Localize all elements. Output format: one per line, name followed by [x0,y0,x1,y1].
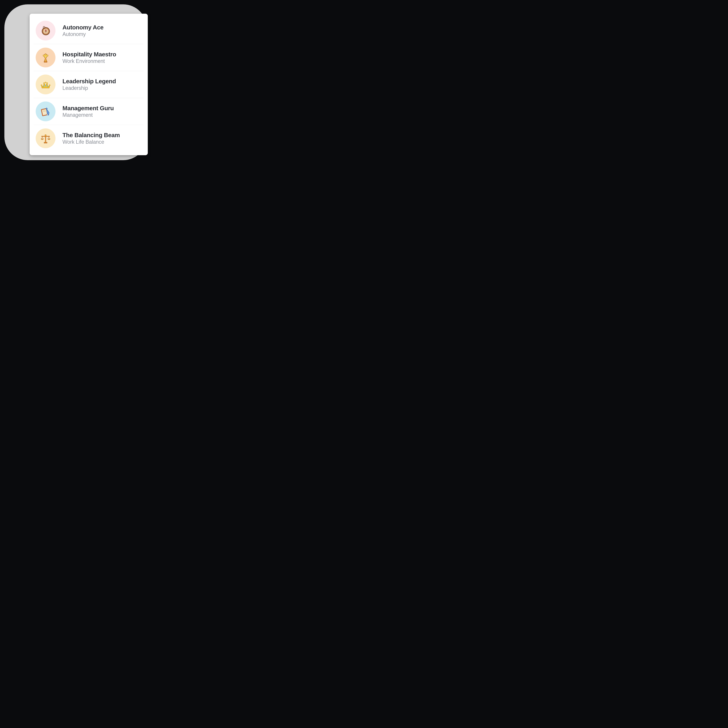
svg-line-32 [48,136,49,139]
list-item-text: Hospitality Maestro Work Environment [63,51,116,64]
list-item-text: Leadership Legend Leadership [63,78,116,91]
list-item[interactable]: Autonomy Ace Autonomy [29,17,148,44]
achievement-title: Autonomy Ace [63,24,104,31]
trophy-icon [36,47,55,67]
achievement-title: The Balancing Beam [63,132,120,139]
crown-icon [36,75,55,94]
svg-point-16 [46,83,48,84]
svg-rect-27 [45,136,46,142]
list-item[interactable]: Management Guru Management [29,98,148,125]
svg-point-13 [41,84,42,86]
achievement-title: Leadership Legend [63,78,116,85]
notebook-pen-icon [36,101,55,121]
svg-point-5 [46,31,46,32]
list-item[interactable]: Hospitality Maestro Work Environment [29,44,148,71]
svg-point-29 [45,135,46,136]
list-item-text: Autonomy Ace Autonomy [63,24,104,37]
svg-point-14 [43,83,45,84]
list-item-text: The Balancing Beam Work Life Balance [63,132,120,145]
achievement-category: Autonomy [63,31,104,37]
achievement-category: Work Environment [63,58,116,64]
svg-point-17 [49,84,50,86]
svg-point-12 [45,54,46,55]
list-item[interactable]: Leadership Legend Leadership [29,71,148,98]
scales-icon [36,128,55,148]
list-item-text: Management Guru Management [63,105,114,118]
list-item[interactable]: The Balancing Beam Work Life Balance [29,125,148,152]
achievement-category: Work Life Balance [63,139,120,145]
svg-line-33 [49,136,50,139]
achievement-title: Management Guru [63,105,114,112]
svg-point-15 [45,82,46,83]
achievement-title: Hospitality Maestro [63,51,116,58]
achievement-category: Leadership [63,85,116,91]
svg-line-30 [41,136,42,139]
compass-icon [36,21,55,40]
achievements-card: Autonomy Ace Autonomy Hospitality Maestr… [29,14,148,155]
svg-line-31 [42,136,43,139]
achievement-category: Management [63,112,114,118]
svg-rect-7 [44,28,45,29]
svg-point-25 [46,108,47,109]
